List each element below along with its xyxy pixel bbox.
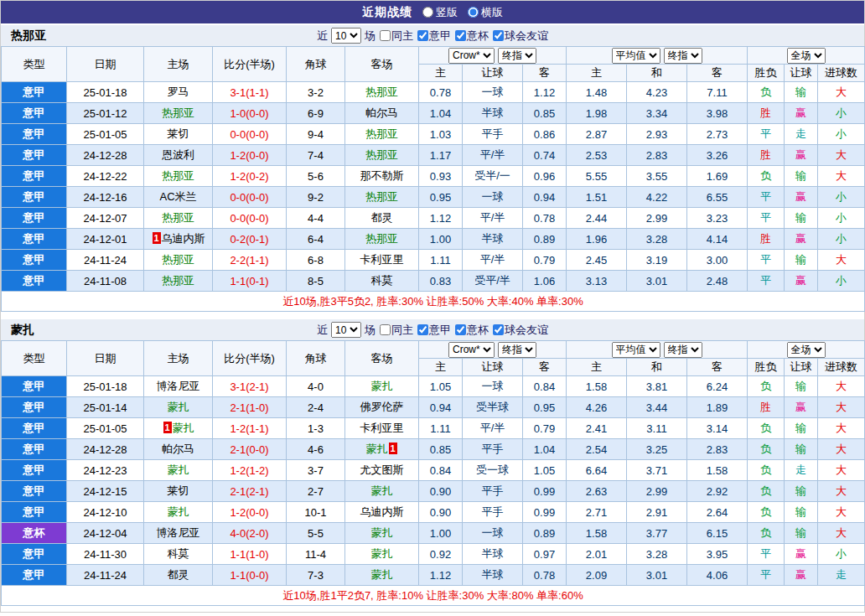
score-text[interactable]: 1-2(1-1) bbox=[230, 422, 268, 435]
horizontal-layout-radio[interactable] bbox=[468, 7, 479, 18]
away-team-name[interactable]: 卡利亚里 bbox=[360, 253, 404, 266]
away-team-name[interactable]: 乌迪内斯 bbox=[360, 505, 404, 518]
home-team-name[interactable]: 蒙扎 bbox=[168, 463, 189, 476]
same-home-checkbox[interactable] bbox=[380, 324, 391, 335]
away-team-name[interactable]: 尤文图斯 bbox=[360, 463, 404, 476]
home-team-name[interactable]: 热那亚 bbox=[162, 274, 194, 287]
home-team-name[interactable]: AC米兰 bbox=[159, 190, 196, 203]
same-home-checkbox[interactable] bbox=[380, 30, 391, 41]
away-team-name[interactable]: 科莫 bbox=[371, 274, 393, 287]
away-team-name[interactable]: 热那亚 bbox=[365, 127, 398, 140]
competition-badge: 意甲 bbox=[2, 124, 67, 145]
home-team-name[interactable]: 热那亚 bbox=[162, 106, 194, 119]
home-team-name[interactable]: 罗马 bbox=[168, 85, 189, 98]
score-text[interactable]: 2-2(1-1) bbox=[230, 254, 268, 267]
coppa-italia-checkbox[interactable] bbox=[455, 324, 466, 335]
coppa-italia-checkbox[interactable] bbox=[455, 30, 466, 41]
layout-option-horizontal[interactable]: 横版 bbox=[468, 5, 503, 20]
score-text[interactable]: 1-0(0-0) bbox=[230, 107, 268, 120]
recent-count-select[interactable]: 10 bbox=[331, 28, 361, 44]
filter-option-coppa-italia[interactable]: 意杯 bbox=[455, 28, 489, 44]
serie-a-checkbox[interactable] bbox=[417, 30, 428, 41]
serie-a-checkbox[interactable] bbox=[417, 324, 428, 335]
filter-option-coppa-italia[interactable]: 意杯 bbox=[455, 323, 489, 338]
home-team-name[interactable]: 博洛尼亚 bbox=[157, 526, 200, 539]
filter-option-same-home[interactable]: 同主 bbox=[380, 323, 413, 338]
odds-provider-select[interactable]: Crow* bbox=[448, 342, 495, 358]
away-team-name[interactable]: 热那亚 bbox=[365, 85, 398, 98]
score-text[interactable]: 0-0(0-0) bbox=[230, 128, 268, 141]
full-match-select[interactable]: 全场 bbox=[787, 48, 826, 64]
score-text[interactable]: 1-1(1-0) bbox=[230, 548, 268, 561]
average-odds-select[interactable]: 平均值 bbox=[612, 342, 660, 358]
away-team-name[interactable]: 蒙扎 bbox=[366, 443, 388, 455]
away-team-name[interactable]: 热那亚 bbox=[365, 190, 398, 203]
layout-option-vertical[interactable]: 竖版 bbox=[422, 5, 458, 20]
home-team-name[interactable]: 蒙扎 bbox=[168, 505, 189, 518]
home-team-name[interactable]: 莱切 bbox=[168, 484, 189, 497]
home-team-name[interactable]: 热那亚 bbox=[162, 169, 194, 182]
away-team-name[interactable]: 热那亚 bbox=[365, 232, 398, 245]
score-text[interactable]: 0-0(0-0) bbox=[230, 191, 268, 204]
score-text[interactable]: 1-2(0-0) bbox=[230, 149, 268, 162]
filter-option-serie-a[interactable]: 意甲 bbox=[417, 28, 451, 44]
away-team-name[interactable]: 都灵 bbox=[371, 211, 393, 224]
final-index-select[interactable]: 终指 bbox=[498, 48, 536, 64]
vertical-layout-radio[interactable] bbox=[422, 7, 433, 18]
filter-option-same-home[interactable]: 同主 bbox=[380, 28, 413, 44]
result-outcome: 负 bbox=[748, 439, 785, 460]
club-friendly-checkbox[interactable] bbox=[493, 30, 504, 41]
result-handicap: 赢 bbox=[785, 187, 818, 208]
away-team-name[interactable]: 卡利亚里 bbox=[360, 422, 404, 434]
filter-option-serie-a[interactable]: 意甲 bbox=[417, 323, 451, 338]
score-text[interactable]: 3-1(2-1) bbox=[230, 380, 268, 393]
home-team-name[interactable]: 恩波利 bbox=[162, 148, 194, 161]
full-match-select[interactable]: 全场 bbox=[787, 342, 826, 358]
home-team-name[interactable]: 帕尔马 bbox=[162, 443, 194, 455]
home-team-name[interactable]: 博洛尼亚 bbox=[157, 380, 200, 392]
away-team-name[interactable]: 蒙扎 bbox=[371, 547, 393, 560]
competition-badge: 意甲 bbox=[2, 439, 67, 460]
avg-away-odds: 3.00 bbox=[687, 250, 748, 271]
club-friendly-checkbox[interactable] bbox=[493, 324, 504, 335]
away-team-name[interactable]: 热那亚 bbox=[365, 148, 398, 161]
score-text[interactable]: 2-1(2-1) bbox=[230, 485, 268, 498]
final-index-select-2[interactable]: 终指 bbox=[664, 342, 702, 358]
away-team-name[interactable]: 蒙扎 bbox=[371, 484, 393, 497]
score-text[interactable]: 2-1(0-0) bbox=[230, 443, 268, 456]
score-text[interactable]: 1-1(0-0) bbox=[230, 569, 268, 582]
score-text[interactable]: 0-2(0-1) bbox=[230, 233, 268, 246]
home-team-name[interactable]: 蒙扎 bbox=[173, 422, 194, 434]
score-text[interactable]: 1-2(1-2) bbox=[230, 464, 268, 477]
home-team-name[interactable]: 莱切 bbox=[168, 127, 189, 140]
filter-option-club-friendly[interactable]: 球会友谊 bbox=[493, 28, 548, 44]
filter-option-club-friendly[interactable]: 球会友谊 bbox=[493, 323, 548, 338]
away-team-name[interactable]: 蒙扎 bbox=[371, 526, 393, 539]
away-team-name[interactable]: 蒙扎 bbox=[371, 380, 393, 392]
away-team-name[interactable]: 佛罗伦萨 bbox=[360, 401, 404, 413]
home-team-name[interactable]: 热那亚 bbox=[162, 211, 194, 224]
summary-text: 近10场,胜3平5负2, 胜率:30% 让胜率:50% 大率:40% 单率:30… bbox=[2, 292, 865, 312]
score-text[interactable]: 1-1(0-1) bbox=[230, 275, 268, 287]
away-team-name[interactable]: 帕尔马 bbox=[365, 106, 398, 119]
score-text[interactable]: 3-1(1-1) bbox=[230, 86, 268, 99]
score-text[interactable]: 4-0(2-0) bbox=[230, 527, 268, 540]
home-team-name[interactable]: 蒙扎 bbox=[168, 401, 189, 413]
average-odds-select[interactable]: 平均值 bbox=[612, 48, 660, 64]
home-team-name[interactable]: 乌迪内斯 bbox=[162, 232, 205, 245]
recent-count-select[interactable]: 10 bbox=[331, 322, 361, 338]
odds-provider-select[interactable]: Crow* bbox=[448, 48, 495, 64]
final-index-select-2[interactable]: 终指 bbox=[664, 48, 702, 64]
away-team-name[interactable]: 蒙扎 bbox=[371, 568, 393, 581]
score-text[interactable]: 2-1(1-0) bbox=[230, 401, 268, 414]
score-text[interactable]: 1-2(0-0) bbox=[230, 506, 268, 519]
home-team-cell: 蒙扎 bbox=[144, 397, 213, 418]
final-index-select[interactable]: 终指 bbox=[498, 342, 536, 358]
home-team-name[interactable]: 都灵 bbox=[168, 568, 189, 581]
score-text[interactable]: 1-2(0-2) bbox=[230, 170, 268, 183]
home-team-name[interactable]: 科莫 bbox=[168, 547, 189, 560]
home-team-name[interactable]: 热那亚 bbox=[162, 253, 194, 266]
away-team-name[interactable]: 那不勒斯 bbox=[360, 169, 404, 182]
score-text[interactable]: 0-0(0-0) bbox=[230, 212, 268, 225]
score-cell: 1-0(0-0) bbox=[213, 103, 287, 124]
